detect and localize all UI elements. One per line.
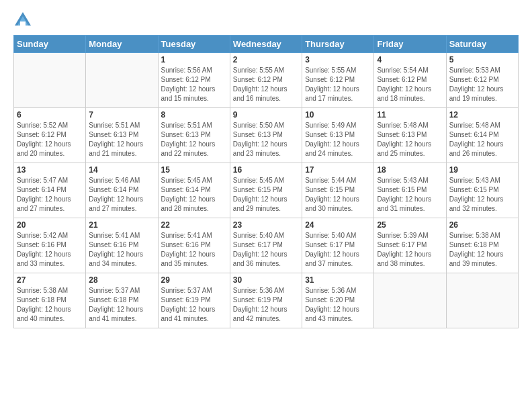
calendar-cell: 27Sunrise: 5:38 AM Sunset: 6:18 PM Dayli… [14, 273, 86, 328]
day-number: 23 [233, 220, 299, 230]
day-number: 8 [161, 110, 227, 120]
day-info: Sunrise: 5:48 AM Sunset: 6:14 PM Dayligh… [449, 121, 515, 158]
svg-rect-2 [20, 21, 26, 26]
calendar-cell: 22Sunrise: 5:41 AM Sunset: 6:16 PM Dayli… [158, 218, 230, 273]
day-number: 30 [233, 275, 299, 285]
calendar-table: SundayMondayTuesdayWednesdayThursdayFrid… [13, 35, 519, 328]
day-info: Sunrise: 5:52 AM Sunset: 6:12 PM Dayligh… [17, 121, 83, 158]
calendar-cell: 1Sunrise: 5:56 AM Sunset: 6:12 PM Daylig… [158, 53, 230, 108]
day-number: 21 [89, 220, 154, 230]
day-info: Sunrise: 5:56 AM Sunset: 6:12 PM Dayligh… [161, 66, 227, 103]
calendar-cell: 7Sunrise: 5:51 AM Sunset: 6:13 PM Daylig… [86, 108, 158, 163]
day-info: Sunrise: 5:41 AM Sunset: 6:16 PM Dayligh… [89, 231, 154, 269]
calendar-cell [86, 53, 158, 108]
day-number: 18 [377, 165, 443, 175]
day-info: Sunrise: 5:43 AM Sunset: 6:15 PM Dayligh… [449, 176, 515, 214]
calendar-cell: 14Sunrise: 5:46 AM Sunset: 6:14 PM Dayli… [86, 163, 158, 218]
day-number: 11 [377, 110, 443, 120]
day-info: Sunrise: 5:36 AM Sunset: 6:19 PM Dayligh… [233, 286, 299, 324]
calendar-cell [446, 273, 518, 328]
day-info: Sunrise: 5:47 AM Sunset: 6:14 PM Dayligh… [17, 176, 83, 214]
day-number: 14 [89, 165, 154, 175]
day-info: Sunrise: 5:40 AM Sunset: 6:17 PM Dayligh… [305, 231, 371, 269]
day-number: 9 [233, 110, 299, 120]
calendar-week-4: 20Sunrise: 5:42 AM Sunset: 6:16 PM Dayli… [14, 218, 519, 273]
calendar-cell: 15Sunrise: 5:45 AM Sunset: 6:14 PM Dayli… [158, 163, 230, 218]
calendar-cell: 6Sunrise: 5:52 AM Sunset: 6:12 PM Daylig… [14, 108, 86, 163]
day-info: Sunrise: 5:39 AM Sunset: 6:17 PM Dayligh… [377, 231, 443, 269]
day-number: 13 [17, 165, 83, 175]
day-number: 20 [17, 220, 83, 230]
weekday-header-friday: Friday [374, 36, 446, 53]
logo [13, 11, 34, 30]
day-number: 28 [89, 275, 154, 285]
calendar-week-3: 13Sunrise: 5:47 AM Sunset: 6:14 PM Dayli… [14, 163, 519, 218]
calendar-cell [14, 53, 86, 108]
calendar-week-2: 6Sunrise: 5:52 AM Sunset: 6:12 PM Daylig… [14, 108, 519, 163]
day-info: Sunrise: 5:51 AM Sunset: 6:13 PM Dayligh… [161, 121, 227, 158]
weekday-header-wednesday: Wednesday [230, 36, 302, 53]
calendar-cell: 11Sunrise: 5:48 AM Sunset: 6:13 PM Dayli… [374, 108, 446, 163]
day-info: Sunrise: 5:37 AM Sunset: 6:19 PM Dayligh… [161, 286, 227, 324]
day-info: Sunrise: 5:40 AM Sunset: 6:17 PM Dayligh… [233, 231, 299, 269]
day-info: Sunrise: 5:55 AM Sunset: 6:12 PM Dayligh… [233, 66, 299, 103]
calendar-cell: 19Sunrise: 5:43 AM Sunset: 6:15 PM Dayli… [446, 163, 518, 218]
calendar-cell: 3Sunrise: 5:55 AM Sunset: 6:12 PM Daylig… [302, 53, 374, 108]
day-info: Sunrise: 5:44 AM Sunset: 6:15 PM Dayligh… [305, 176, 371, 214]
calendar-cell: 10Sunrise: 5:49 AM Sunset: 6:13 PM Dayli… [302, 108, 374, 163]
day-info: Sunrise: 5:37 AM Sunset: 6:18 PM Dayligh… [89, 286, 154, 324]
day-number: 17 [305, 165, 371, 175]
day-number: 1 [161, 55, 227, 64]
weekday-header-saturday: Saturday [446, 36, 518, 53]
calendar-week-1: 1Sunrise: 5:56 AM Sunset: 6:12 PM Daylig… [14, 53, 519, 108]
day-number: 16 [233, 165, 299, 175]
calendar-cell: 18Sunrise: 5:43 AM Sunset: 6:15 PM Dayli… [374, 163, 446, 218]
weekday-header-monday: Monday [86, 36, 158, 53]
day-number: 12 [449, 110, 515, 120]
weekday-header-row: SundayMondayTuesdayWednesdayThursdayFrid… [14, 36, 519, 53]
day-number: 27 [17, 275, 83, 285]
day-info: Sunrise: 5:48 AM Sunset: 6:13 PM Dayligh… [377, 121, 443, 158]
calendar-page: SundayMondayTuesdayWednesdayThursdayFrid… [0, 0, 532, 411]
day-number: 3 [305, 55, 371, 64]
calendar-cell [374, 273, 446, 328]
calendar-cell: 12Sunrise: 5:48 AM Sunset: 6:14 PM Dayli… [446, 108, 518, 163]
calendar-cell: 31Sunrise: 5:36 AM Sunset: 6:20 PM Dayli… [302, 273, 374, 328]
day-number: 22 [161, 220, 227, 230]
day-info: Sunrise: 5:45 AM Sunset: 6:15 PM Dayligh… [233, 176, 299, 214]
day-info: Sunrise: 5:43 AM Sunset: 6:15 PM Dayligh… [377, 176, 443, 214]
day-info: Sunrise: 5:50 AM Sunset: 6:13 PM Dayligh… [233, 121, 299, 158]
day-number: 10 [305, 110, 371, 120]
calendar-cell: 29Sunrise: 5:37 AM Sunset: 6:19 PM Dayli… [158, 273, 230, 328]
calendar-cell: 20Sunrise: 5:42 AM Sunset: 6:16 PM Dayli… [14, 218, 86, 273]
calendar-cell: 13Sunrise: 5:47 AM Sunset: 6:14 PM Dayli… [14, 163, 86, 218]
day-info: Sunrise: 5:54 AM Sunset: 6:12 PM Dayligh… [377, 66, 443, 103]
day-number: 4 [377, 55, 443, 64]
day-info: Sunrise: 5:41 AM Sunset: 6:16 PM Dayligh… [161, 231, 227, 269]
weekday-header-sunday: Sunday [14, 36, 86, 53]
weekday-header-thursday: Thursday [302, 36, 374, 53]
day-number: 31 [305, 275, 371, 285]
calendar-cell: 16Sunrise: 5:45 AM Sunset: 6:15 PM Dayli… [230, 163, 302, 218]
day-info: Sunrise: 5:55 AM Sunset: 6:12 PM Dayligh… [305, 66, 371, 103]
calendar-cell: 23Sunrise: 5:40 AM Sunset: 6:17 PM Dayli… [230, 218, 302, 273]
day-number: 2 [233, 55, 299, 64]
calendar-cell: 21Sunrise: 5:41 AM Sunset: 6:16 PM Dayli… [86, 218, 158, 273]
calendar-week-5: 27Sunrise: 5:38 AM Sunset: 6:18 PM Dayli… [14, 273, 519, 328]
day-info: Sunrise: 5:38 AM Sunset: 6:18 PM Dayligh… [17, 286, 83, 324]
calendar-cell: 30Sunrise: 5:36 AM Sunset: 6:19 PM Dayli… [230, 273, 302, 328]
calendar-cell: 28Sunrise: 5:37 AM Sunset: 6:18 PM Dayli… [86, 273, 158, 328]
day-number: 26 [449, 220, 515, 230]
calendar-cell: 8Sunrise: 5:51 AM Sunset: 6:13 PM Daylig… [158, 108, 230, 163]
calendar-cell: 4Sunrise: 5:54 AM Sunset: 6:12 PM Daylig… [374, 53, 446, 108]
calendar-cell: 2Sunrise: 5:55 AM Sunset: 6:12 PM Daylig… [230, 53, 302, 108]
day-info: Sunrise: 5:45 AM Sunset: 6:14 PM Dayligh… [161, 176, 227, 214]
day-info: Sunrise: 5:38 AM Sunset: 6:18 PM Dayligh… [449, 231, 515, 269]
calendar-cell: 26Sunrise: 5:38 AM Sunset: 6:18 PM Dayli… [446, 218, 518, 273]
day-info: Sunrise: 5:46 AM Sunset: 6:14 PM Dayligh… [89, 176, 154, 214]
day-info: Sunrise: 5:42 AM Sunset: 6:16 PM Dayligh… [17, 231, 83, 269]
day-info: Sunrise: 5:51 AM Sunset: 6:13 PM Dayligh… [89, 121, 154, 158]
day-info: Sunrise: 5:49 AM Sunset: 6:13 PM Dayligh… [305, 121, 371, 158]
day-number: 19 [449, 165, 515, 175]
calendar-cell: 17Sunrise: 5:44 AM Sunset: 6:15 PM Dayli… [302, 163, 374, 218]
